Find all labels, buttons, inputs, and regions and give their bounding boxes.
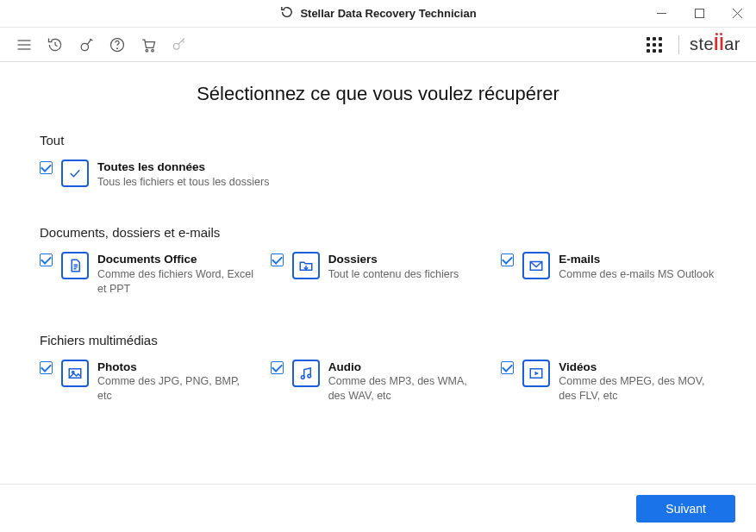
- option-text: Audio Comme des MP3, des WMA, des WAV, e…: [328, 360, 486, 404]
- option-folders[interactable]: Dossiers Tout le contenu des fichiers: [271, 252, 486, 296]
- svg-point-13: [117, 47, 118, 48]
- option-videos[interactable]: Vidéos Comme des MPEG, des MOV, des FLV,…: [501, 360, 716, 404]
- menu-button[interactable]: [10, 31, 38, 59]
- svg-point-14: [146, 49, 148, 51]
- key-button[interactable]: [166, 31, 193, 59]
- document-icon: [61, 252, 89, 279]
- image-icon: [61, 360, 89, 387]
- option-title: Toutes les données: [97, 160, 269, 175]
- checkbox-audio[interactable]: [271, 361, 284, 374]
- brand-highlight: ll: [714, 34, 724, 54]
- brand-post: ar: [724, 34, 740, 54]
- option-desc: Comme des JPG, PNG, BMP, etc: [97, 374, 255, 404]
- section-label-documents: Documents, dossiers et e-mails: [40, 225, 716, 240]
- cart-button[interactable]: [134, 31, 162, 59]
- footer-bar: Suivant: [0, 484, 756, 532]
- checkbox-folders[interactable]: [271, 253, 284, 266]
- checkbox-photos[interactable]: [40, 361, 53, 374]
- toolbar-right: stellar: [640, 31, 746, 59]
- option-title: Vidéos: [559, 360, 716, 375]
- svg-marker-29: [535, 371, 540, 375]
- close-button[interactable]: [718, 0, 756, 27]
- option-text: Documents Office Comme des fichiers Word…: [97, 252, 255, 296]
- apps-button[interactable]: [640, 31, 668, 59]
- checkbox-office-documents[interactable]: [40, 253, 53, 266]
- toolbar: stellar: [0, 28, 756, 62]
- lab-button[interactable]: [72, 31, 100, 59]
- minimize-button[interactable]: [642, 0, 680, 27]
- option-desc: Comme des MPEG, des MOV, des FLV, etc: [559, 374, 716, 404]
- svg-line-8: [55, 45, 58, 47]
- option-text: E-mails Comme des e-mails MS Outlook: [559, 252, 714, 281]
- maximize-button[interactable]: [680, 0, 718, 27]
- music-icon: [292, 360, 320, 387]
- section-label-all: Tout: [40, 133, 716, 147]
- option-photos[interactable]: Photos Comme des JPG, PNG, BMP, etc: [40, 360, 255, 404]
- envelope-icon: [522, 252, 550, 279]
- toolbar-divider: [678, 35, 679, 54]
- option-text: Vidéos Comme des MPEG, des MOV, des FLV,…: [559, 360, 716, 404]
- option-office-documents[interactable]: Documents Office Comme des fichiers Word…: [40, 252, 255, 296]
- titlebar-center: Stellar Data Recovery Technician: [279, 5, 476, 22]
- option-desc: Comme des fichiers Word, Excel et PPT: [97, 267, 255, 297]
- brand-pre: ste: [690, 34, 714, 54]
- option-title: Dossiers: [328, 252, 459, 267]
- svg-point-27: [308, 374, 311, 378]
- option-title: Documents Office: [97, 252, 255, 267]
- option-text: Toutes les données Tous les fichiers et …: [97, 160, 269, 189]
- svg-point-9: [81, 43, 88, 50]
- svg-point-15: [152, 49, 154, 51]
- option-title: Photos: [97, 360, 255, 375]
- checkbox-videos[interactable]: [501, 361, 514, 374]
- next-button[interactable]: Suivant: [636, 495, 735, 523]
- page-title: Sélectionnez ce que vous voulez récupére…: [40, 83, 716, 105]
- titlebar: Stellar Data Recovery Technician: [0, 0, 756, 28]
- content: Sélectionnez ce que vous voulez récupére…: [0, 62, 756, 484]
- svg-point-16: [173, 43, 179, 49]
- checkbox-all-data[interactable]: [40, 161, 53, 174]
- svg-point-26: [301, 375, 304, 379]
- option-emails[interactable]: E-mails Comme des e-mails MS Outlook: [501, 252, 716, 296]
- option-audio[interactable]: Audio Comme des MP3, des WMA, des WAV, e…: [271, 360, 486, 404]
- history-button[interactable]: [41, 31, 69, 59]
- checkbox-emails[interactable]: [501, 253, 514, 266]
- app-icon: [279, 5, 293, 22]
- check-icon: [61, 160, 89, 187]
- option-title: E-mails: [559, 252, 714, 267]
- option-all-data[interactable]: Toutes les données Tous les fichiers et …: [40, 160, 716, 189]
- option-desc: Comme des MP3, des WMA, des WAV, etc: [328, 374, 486, 404]
- option-title: Audio: [328, 360, 486, 375]
- option-desc: Tout le contenu des fichiers: [328, 267, 459, 282]
- section-label-multimedia: Fichiers multimédias: [40, 333, 716, 347]
- option-text: Dossiers Tout le contenu des fichiers: [328, 252, 459, 281]
- window-title: Stellar Data Recovery Technician: [300, 7, 476, 20]
- option-text: Photos Comme des JPG, PNG, BMP, etc: [97, 360, 255, 404]
- brand-logo: stellar: [690, 34, 746, 54]
- window-controls: [642, 0, 756, 27]
- play-icon: [522, 360, 550, 387]
- folder-icon: [292, 252, 320, 279]
- help-button[interactable]: [103, 31, 131, 59]
- svg-line-18: [182, 41, 184, 43]
- grid-icon: [647, 37, 662, 53]
- option-desc: Tous les fichiers et tous les dossiers: [97, 175, 269, 190]
- svg-rect-1: [695, 9, 703, 18]
- option-desc: Comme des e-mails MS Outlook: [559, 267, 714, 282]
